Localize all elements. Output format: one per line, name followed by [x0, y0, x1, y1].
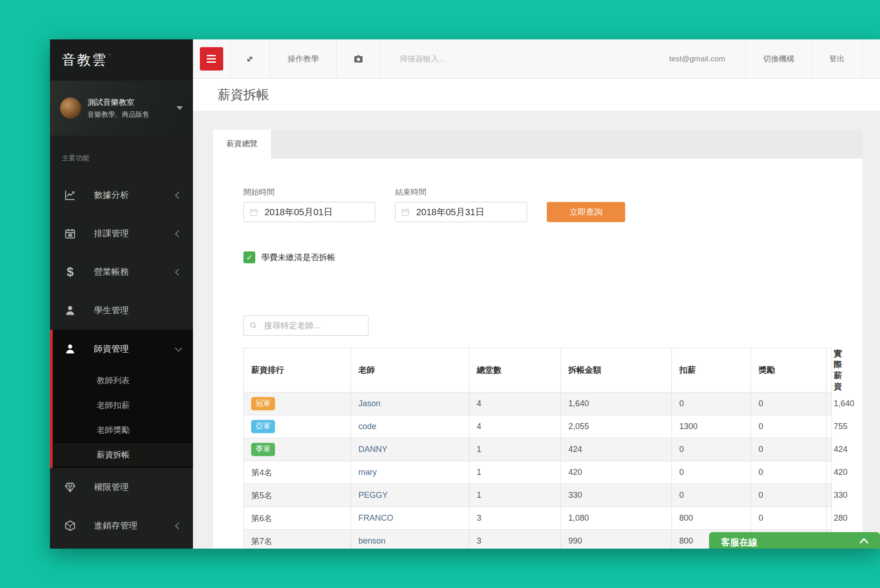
- scanner-input[interactable]: [399, 54, 649, 64]
- page-header: 薪資拆帳: [193, 79, 880, 111]
- logout-label: 登出: [829, 54, 845, 64]
- sidebar-item-business-accounting[interactable]: $ 營業帳務: [50, 253, 193, 291]
- org-selector[interactable]: 測試音樂教室 音樂教學、商品販售: [50, 81, 193, 136]
- org-name: 測試音樂教室: [88, 97, 149, 108]
- split-unpaid-checkbox[interactable]: ✓: [243, 251, 255, 263]
- sidebar-item-permission-management[interactable]: 權限管理: [50, 468, 193, 506]
- camera-button[interactable]: [337, 39, 380, 78]
- chevron-up-icon: [859, 538, 869, 547]
- submenu-item-teacher-bonus[interactable]: 老師獎勵: [53, 418, 193, 442]
- org-text: 測試音樂教室 音樂教學、商品販售: [88, 97, 149, 119]
- teacher-link[interactable]: PEGGY: [358, 490, 388, 500]
- value-cell: 1: [469, 438, 561, 461]
- support-online-bar[interactable]: 客服在線: [709, 532, 880, 549]
- sidebar-item-inventory-management[interactable]: 進銷存管理: [50, 506, 193, 545]
- expand-icon: [245, 54, 255, 64]
- start-date-input[interactable]: 2018年05月01日: [243, 202, 375, 222]
- chevron-down-icon: [175, 344, 182, 352]
- sidebar-item-student-management[interactable]: 學生管理: [50, 291, 193, 330]
- logo-dot-mark: ·: [109, 50, 112, 57]
- chevron-left-icon: [175, 191, 182, 199]
- header-cell: 實際薪資: [826, 348, 832, 392]
- sidebar-section-label: 主要功能: [50, 154, 193, 163]
- tab-bar: 薪資總覽: [213, 130, 863, 158]
- teacher-link[interactable]: mary: [358, 468, 377, 477]
- teacher-link[interactable]: FRANCO: [358, 513, 393, 523]
- cube-icon: [64, 520, 76, 532]
- camera-icon: [353, 54, 364, 65]
- sidebar-nav: 數據分析 排課管理 $ 營業帳務: [50, 176, 193, 545]
- sidebar-toggle-button[interactable]: [200, 47, 223, 71]
- value-cell: 0: [672, 484, 751, 507]
- table-row: 亞軍 code 42,05513000755: [244, 415, 832, 438]
- chevron-left-icon: [175, 230, 182, 237]
- main-area: 操作教學 test@gmail.com 切換機構 登出: [193, 39, 880, 549]
- table-row: 第4名 mary 142000420: [244, 461, 832, 484]
- split-unpaid-row: ✓ 學費未繳清是否拆帳: [243, 251, 832, 263]
- tutorial-button[interactable]: 操作教學: [270, 39, 337, 78]
- tutorial-label: 操作教學: [288, 54, 319, 64]
- header-cell: 老師: [351, 348, 469, 392]
- salary-table-body: 冠軍 Jason 41,640001,640 亞軍 code 42,055130…: [244, 392, 832, 549]
- value-cell: 1: [469, 484, 561, 507]
- rank-cell: 第5名: [244, 484, 351, 507]
- sidebar-item-teacher-management[interactable]: 師資管理: [53, 330, 193, 368]
- teacher-link[interactable]: benson: [358, 536, 385, 545]
- value-cell: 4: [469, 415, 561, 438]
- sidebar-item-label: 排課管理: [94, 228, 129, 240]
- value-cell: 1,080: [561, 507, 672, 530]
- rank-cell: 第7名: [244, 530, 351, 549]
- table-row: 第5名 PEGGY 133000330: [244, 484, 832, 507]
- calendar-icon: [401, 208, 410, 217]
- table-row: 第6名 FRANCO 31,0808000280: [244, 507, 832, 530]
- value-cell: 3: [469, 530, 561, 549]
- header-cell: 總堂數: [469, 348, 561, 392]
- end-date-input[interactable]: 2018年05月31日: [395, 202, 527, 222]
- teacher-link[interactable]: DANNY: [358, 445, 387, 454]
- value-cell: 0: [751, 507, 826, 530]
- value-cell: 0: [672, 392, 751, 415]
- top-navbar: 操作教學 test@gmail.com 切換機構 登出: [193, 39, 880, 79]
- tab-salary-overview[interactable]: 薪資總覽: [213, 130, 271, 158]
- teacher-cell: benson: [351, 530, 469, 549]
- caret-down-icon: [176, 106, 183, 110]
- start-time-label: 開始時間: [243, 187, 375, 197]
- submenu-item-teacher-list[interactable]: 教師列表: [53, 368, 193, 393]
- query-button[interactable]: 立即查詢: [547, 202, 625, 222]
- teacher-cell: Jason: [351, 392, 469, 415]
- page-title: 薪資拆帳: [218, 86, 269, 103]
- sidebar-item-scheduling[interactable]: 排課管理: [50, 214, 193, 253]
- gem-icon: [64, 481, 76, 493]
- user-icon: [64, 305, 76, 316]
- teacher-cell: code: [351, 415, 469, 438]
- rank-cell: 第6名: [244, 507, 351, 530]
- sidebar-item-data-analysis[interactable]: 數據分析: [50, 176, 193, 214]
- teacher-link[interactable]: code: [358, 422, 376, 431]
- sidebar-item-label: 師資管理: [94, 343, 129, 355]
- value-cell: 424: [561, 438, 672, 461]
- app-logo-text: 音教雲: [62, 51, 107, 70]
- teacher-link[interactable]: Jason: [358, 399, 380, 408]
- teacher-cell: DANNY: [351, 438, 469, 461]
- rank-cell: 季軍: [244, 438, 351, 461]
- fullscreen-button[interactable]: [230, 39, 270, 78]
- search-icon: [249, 321, 258, 330]
- submenu-item-salary-split[interactable]: 薪資拆帳: [53, 442, 193, 467]
- logout-button[interactable]: 登出: [812, 39, 863, 78]
- sidebar-group-teacher-management: 師資管理 教師列表 老師扣薪 老師獎勵 薪資拆帳: [50, 330, 193, 468]
- submenu-item-teacher-deduction[interactable]: 老師扣薪: [53, 393, 193, 418]
- teacher-cell: mary: [351, 461, 469, 484]
- sidebar-item-label: 營業帳務: [94, 266, 129, 278]
- teacher-management-submenu: 教師列表 老師扣薪 老師獎勵 薪資拆帳: [53, 368, 193, 468]
- dollar-icon: $: [64, 266, 76, 278]
- app-window: 音教雲 · 測試音樂教室 音樂教學、商品販售 主要功能 數據分析: [50, 39, 880, 549]
- end-date-value: 2018年05月31日: [416, 206, 484, 218]
- salary-table: 薪資排行老師總堂數拆帳金額扣薪獎勵實際薪資 冠軍 Jason 41,640001…: [243, 348, 832, 549]
- sidebar-toggle-cell: [193, 39, 230, 78]
- switch-org-button[interactable]: 切換機構: [746, 39, 812, 78]
- value-cell: 1: [469, 461, 561, 484]
- user-email: test@gmail.com: [649, 39, 746, 78]
- teacher-cell: FRANCO: [351, 507, 469, 530]
- salary-table-header-row: 薪資排行老師總堂數拆帳金額扣薪獎勵實際薪資: [244, 348, 832, 392]
- teacher-search-input[interactable]: [263, 321, 363, 331]
